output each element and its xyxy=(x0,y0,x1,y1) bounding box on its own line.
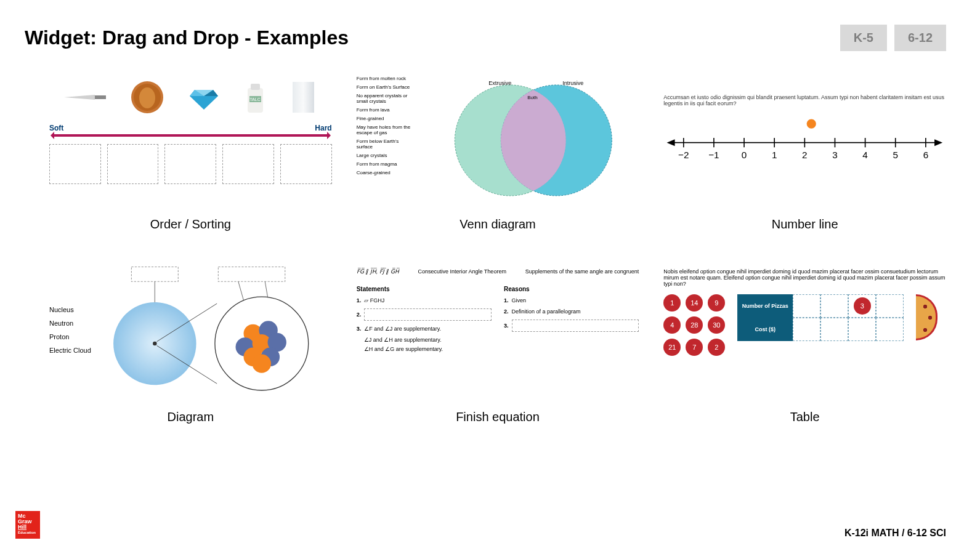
svg-point-4 xyxy=(139,87,155,108)
course-label: K-12i MATH / 6-12 SCI xyxy=(844,528,946,539)
atom-diagram[interactable] xyxy=(105,263,332,397)
reason-text: Given xyxy=(512,297,527,304)
scale-arrow xyxy=(52,134,330,137)
statement-text: ▱ FGHJ xyxy=(364,297,384,304)
svg-text:1: 1 xyxy=(772,150,777,160)
row-header: Number of Pizzas xyxy=(737,294,793,318)
statement-text: ∠J and ∠H are supplementary. xyxy=(364,337,492,343)
table-prompt: Nobis eleifend option congue nihil imper… xyxy=(663,268,946,287)
table-cell[interactable] xyxy=(793,318,820,341)
svg-text:4: 4 xyxy=(863,150,869,160)
row-header: Cost ($) xyxy=(737,318,793,341)
diagram-term[interactable]: Nucleus xyxy=(49,306,95,313)
example-label: Number line xyxy=(772,217,838,231)
venn-item[interactable]: Fine-grained xyxy=(357,116,412,121)
table-cell[interactable] xyxy=(876,294,904,318)
number-chip[interactable]: 2 xyxy=(708,339,725,356)
given-chip[interactable]: F̅G̅ ∥ J̅H̅, F̅J̅ ∥ G̅H̅ xyxy=(357,268,399,275)
drop-slot[interactable] xyxy=(364,308,492,321)
diagram-term[interactable]: Proton xyxy=(49,333,95,340)
example-table: Nobis eleifend option congue nihil imper… xyxy=(663,268,946,424)
venn-item[interactable]: Form from molten rock xyxy=(357,76,412,81)
drop-table[interactable]: Number of Pizzas 3 Cost ($) xyxy=(737,294,904,341)
drop-slot[interactable] xyxy=(164,144,216,184)
numberline-prompt: Accumsan et iusto odio dignissim qui bla… xyxy=(663,94,946,107)
talc-icon[interactable]: TALC xyxy=(245,81,266,115)
page-title: Widget: Drag and Drop - Examples xyxy=(25,26,349,49)
statements-header: Statements xyxy=(357,286,492,292)
venn-item[interactable]: Large crystals xyxy=(357,153,412,158)
svg-text:Extrusive: Extrusive xyxy=(488,80,511,86)
number-chip[interactable]: 30 xyxy=(708,316,725,334)
scale-soft-label: Soft xyxy=(49,124,63,132)
svg-marker-21 xyxy=(934,139,942,146)
number-chip[interactable]: 21 xyxy=(663,339,681,356)
drop-slot[interactable] xyxy=(107,144,159,184)
number-chip[interactable]: 7 xyxy=(686,339,703,356)
tab-6-12[interactable]: 6-12 xyxy=(894,25,946,51)
drop-slot[interactable] xyxy=(131,267,178,281)
glass-icon[interactable] xyxy=(290,81,317,115)
venn-item[interactable]: No apparent crystals or small crystals xyxy=(357,93,412,104)
example-numberline: Accumsan et iusto odio dignissim qui bla… xyxy=(663,76,946,231)
number-chip[interactable]: 4 xyxy=(663,316,681,334)
table-cell[interactable] xyxy=(876,318,904,341)
example-diagram: Nucleus Neutron Proton Electric Cloud xyxy=(49,268,332,424)
placed-chip[interactable]: 3 xyxy=(854,297,871,315)
number-chip[interactable]: 14 xyxy=(686,294,703,312)
theorem-chip[interactable]: Supplements of the same angle are congru… xyxy=(525,268,639,275)
numberline[interactable]: −2−10123456 xyxy=(663,116,946,163)
example-label: Venn diagram xyxy=(460,217,535,231)
svg-rect-1 xyxy=(95,95,106,99)
table-cell[interactable] xyxy=(820,294,848,318)
knife-icon[interactable] xyxy=(64,91,107,103)
svg-point-44 xyxy=(153,341,157,345)
example-label: Finish equation xyxy=(456,410,540,424)
svg-text:Both: Both xyxy=(527,95,537,100)
table-cell[interactable] xyxy=(793,294,820,318)
example-venn: Form from molten rock Form on Earth's Su… xyxy=(357,76,639,231)
table-cell[interactable]: 3 xyxy=(848,294,876,318)
reasons-header: Reasons xyxy=(504,286,639,292)
venn-item[interactable]: Form from magma xyxy=(357,161,412,167)
example-label: Table xyxy=(790,410,820,424)
svg-rect-13 xyxy=(293,82,314,113)
number-chip[interactable]: 1 xyxy=(663,294,681,312)
table-cell[interactable] xyxy=(820,318,848,341)
svg-rect-10 xyxy=(251,84,260,90)
number-chip[interactable]: 28 xyxy=(686,316,703,334)
venn-item[interactable]: Coarse-grained xyxy=(357,170,412,175)
number-chip[interactable]: 9 xyxy=(708,294,725,312)
drop-slot[interactable] xyxy=(512,320,639,332)
reason-text: Definition of a parallelogram xyxy=(512,308,581,315)
example-label: Diagram xyxy=(168,410,214,424)
venn-item[interactable]: Form on Earth's Surface xyxy=(357,84,412,90)
theorem-chip[interactable]: Consecutive Interior Angle Theorem xyxy=(418,268,506,275)
diamond-icon[interactable] xyxy=(187,84,221,111)
tab-k5[interactable]: K-5 xyxy=(840,25,887,51)
svg-text:Intrusive: Intrusive xyxy=(562,80,583,86)
drop-slot[interactable] xyxy=(218,267,285,281)
diagram-term[interactable]: Electric Cloud xyxy=(49,347,95,354)
diagram-terms: Nucleus Neutron Proton Electric Cloud xyxy=(49,306,95,354)
venn-items-list: Form from molten rock Form on Earth's Su… xyxy=(357,76,412,199)
mcgraw-hill-logo: Mc Graw Hill Education xyxy=(15,511,40,539)
svg-point-55 xyxy=(253,354,271,372)
venn-item[interactable]: Form below Earth's surface xyxy=(357,139,412,150)
drop-slot[interactable] xyxy=(280,144,332,184)
svg-text:−2: −2 xyxy=(678,150,689,160)
svg-text:TALC: TALC xyxy=(249,97,260,102)
svg-marker-0 xyxy=(64,95,95,100)
venn-item[interactable]: Form from lava xyxy=(357,107,412,113)
svg-text:−1: −1 xyxy=(709,150,719,160)
venn-item[interactable]: May have holes from the escape of gas xyxy=(357,124,412,135)
drop-slot[interactable] xyxy=(222,144,274,184)
diagram-term[interactable]: Neutron xyxy=(49,320,95,327)
drop-slot[interactable] xyxy=(49,144,101,184)
table-cell[interactable] xyxy=(848,318,876,341)
numberline-marker[interactable] xyxy=(807,119,816,128)
statement-text: ∠F and ∠J are supplementary. xyxy=(364,326,441,332)
venn-circles[interactable]: Extrusive Intrusive Both xyxy=(418,76,639,199)
penny-icon[interactable] xyxy=(131,81,164,115)
example-label: Order / Sorting xyxy=(150,217,231,231)
